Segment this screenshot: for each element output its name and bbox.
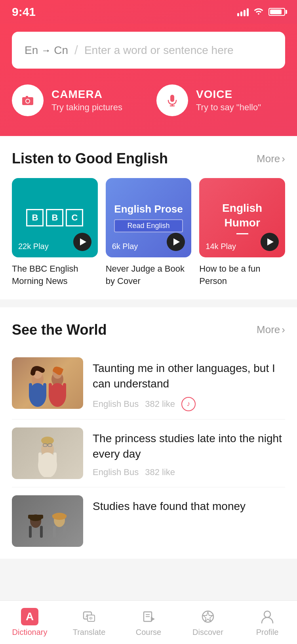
nav-item-dictionary[interactable]: A Dictionary bbox=[0, 604, 59, 641]
nav-item-course[interactable]: Course bbox=[119, 604, 178, 641]
signal-icon bbox=[237, 8, 249, 16]
prose-content: English Prose Read English bbox=[114, 203, 183, 232]
dictionary-icon: A bbox=[21, 608, 38, 625]
listen-section-header: Listen to Good English More › bbox=[12, 150, 285, 167]
profile-icon bbox=[259, 608, 276, 625]
svg-rect-34 bbox=[53, 526, 56, 538]
prose-card-image: English Prose Read English 6k Play bbox=[106, 178, 192, 257]
nav-label-dictionary: Dictionary bbox=[12, 628, 48, 637]
dict-icon-box: A bbox=[21, 608, 38, 625]
svg-rect-20 bbox=[53, 452, 57, 468]
svg-rect-14 bbox=[49, 383, 52, 397]
voice-title: VOICE bbox=[196, 88, 261, 101]
world-likes-2: 382 like bbox=[145, 467, 175, 477]
nav-label-profile: Profile bbox=[256, 628, 279, 637]
svg-marker-43 bbox=[151, 617, 155, 621]
listen-card-humor[interactable]: English Humor 14k Play How to be a fun P… bbox=[199, 178, 285, 288]
svg-rect-10 bbox=[43, 383, 46, 397]
world-source-1: English Bus bbox=[93, 399, 139, 409]
svg-rect-9 bbox=[29, 383, 32, 397]
bbc-play-button[interactable] bbox=[73, 233, 91, 251]
world-likes-1: 382 like bbox=[145, 399, 175, 409]
world-source-2: English Bus bbox=[93, 467, 139, 477]
discover-icon bbox=[199, 608, 217, 625]
world-item-2[interactable]: The princess studies late into the night… bbox=[12, 420, 285, 487]
svg-rect-30 bbox=[40, 526, 43, 538]
world-section-header: See the World More › bbox=[12, 322, 285, 338]
listen-more-button[interactable]: More › bbox=[257, 153, 285, 165]
bbc-play-count: 22k Play bbox=[18, 242, 49, 251]
humor-play-count: 14k Play bbox=[206, 242, 236, 251]
humor-divider bbox=[236, 233, 248, 234]
svg-rect-33 bbox=[52, 515, 67, 517]
camera-action[interactable]: CAMERA Try taking pictures bbox=[12, 84, 141, 116]
search-divider: / bbox=[74, 43, 78, 58]
world-list: Taunting me in other languages, but I ca… bbox=[12, 349, 285, 547]
humor-content: English Humor bbox=[199, 201, 285, 234]
voice-icon-circle bbox=[156, 84, 188, 116]
main-content: Listen to Good English More › B B C 22k … bbox=[0, 136, 297, 614]
hero-section: En → Cn / Enter a word or sentence here … bbox=[0, 24, 297, 136]
listen-card-prose[interactable]: English Prose Read English 6k Play Never… bbox=[106, 178, 192, 288]
translate-icon: A 中 bbox=[80, 608, 98, 625]
humor-card-label: How to be a fun Person bbox=[199, 263, 285, 288]
bbc-card-label: The BBC English Morning News bbox=[12, 263, 98, 288]
listen-cards: B B C 22k Play The BBC English Morning N… bbox=[12, 178, 285, 288]
camera-icon-circle bbox=[12, 84, 44, 116]
chevron-right-icon-2: › bbox=[282, 324, 285, 336]
world-thumb-3 bbox=[12, 495, 83, 547]
humor-card-image: English Humor 14k Play bbox=[199, 178, 285, 257]
search-placeholder[interactable]: Enter a word or sentence here bbox=[84, 44, 272, 57]
nav-label-course: Course bbox=[136, 628, 161, 637]
world-more-button[interactable]: More › bbox=[257, 324, 285, 336]
music-icon-1[interactable]: ♪ bbox=[181, 397, 196, 411]
world-title-1: Taunting me in other languages, but I ca… bbox=[93, 360, 285, 391]
battery-icon bbox=[268, 8, 285, 16]
nav-item-profile[interactable]: Profile bbox=[238, 604, 297, 641]
hero-actions: CAMERA Try taking pictures VOICE Try to … bbox=[12, 84, 285, 116]
svg-rect-29 bbox=[29, 526, 32, 538]
prose-play-button[interactable] bbox=[167, 233, 185, 251]
world-title-2: The princess studies late into the night… bbox=[93, 431, 285, 462]
world-thumb-1 bbox=[12, 357, 83, 409]
svg-point-2 bbox=[26, 100, 29, 103]
svg-point-22 bbox=[41, 437, 54, 445]
svg-rect-15 bbox=[63, 383, 66, 397]
search-bar[interactable]: En → Cn / Enter a word or sentence here bbox=[12, 32, 285, 69]
svg-rect-3 bbox=[26, 96, 28, 98]
svg-point-46 bbox=[264, 611, 270, 617]
listen-section-title: Listen to Good English bbox=[12, 150, 168, 167]
search-lang-from: En → Cn bbox=[25, 44, 68, 57]
bbc-card-image: B B C 22k Play bbox=[12, 178, 98, 257]
world-info-3: Studies have found that money bbox=[93, 495, 285, 519]
world-thumb-2 bbox=[12, 427, 83, 479]
world-meta-2: English Bus 382 like bbox=[93, 467, 285, 477]
nav-label-translate: Translate bbox=[73, 628, 106, 637]
nav-label-discover: Discover bbox=[192, 628, 223, 637]
listen-card-bbc[interactable]: B B C 22k Play The BBC English Morning N… bbox=[12, 178, 98, 288]
camera-text: CAMERA Try taking pictures bbox=[51, 88, 122, 113]
bbc-logo: B B C bbox=[26, 209, 83, 226]
world-item-3[interactable]: Studies have found that money bbox=[12, 487, 285, 547]
status-time: 9:41 bbox=[12, 5, 36, 19]
world-meta-1: English Bus 382 like ♪ bbox=[93, 397, 285, 411]
arrow-icon: → bbox=[41, 45, 51, 56]
nav-item-discover[interactable]: Discover bbox=[178, 604, 238, 641]
svg-marker-45 bbox=[203, 612, 213, 621]
prose-play-count: 6k Play bbox=[112, 242, 138, 251]
svg-rect-35 bbox=[63, 526, 66, 538]
status-icons bbox=[237, 7, 285, 17]
course-icon bbox=[140, 608, 157, 625]
mic-icon bbox=[165, 93, 179, 107]
prose-title: English Prose bbox=[114, 203, 183, 215]
humor-play-button[interactable] bbox=[261, 233, 279, 251]
camera-icon bbox=[21, 93, 35, 107]
voice-action[interactable]: VOICE Try to say "hello" bbox=[156, 84, 285, 116]
world-title-3: Studies have found that money bbox=[93, 498, 285, 514]
prose-badge: Read English bbox=[114, 219, 183, 232]
svg-text:中: 中 bbox=[89, 617, 93, 621]
nav-item-translate[interactable]: A 中 Translate bbox=[59, 604, 119, 641]
voice-subtitle: Try to say "hello" bbox=[196, 102, 261, 113]
wifi-icon bbox=[253, 7, 264, 17]
world-item-1[interactable]: Taunting me in other languages, but I ca… bbox=[12, 349, 285, 420]
